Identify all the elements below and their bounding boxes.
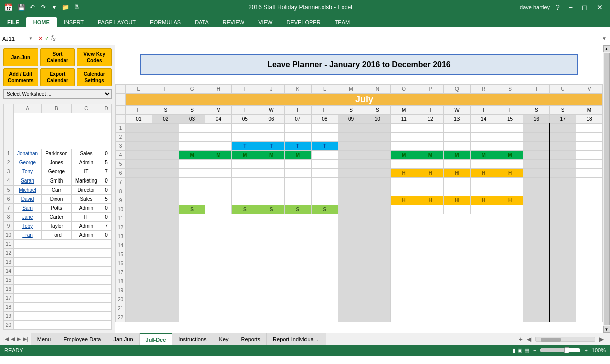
row-label: 20 bbox=[4, 321, 14, 330]
main-area: Jan-Jun SortCalendar View KeyCodes Add /… bbox=[0, 45, 610, 333]
calendar-settings-button[interactable]: CalendarSettings bbox=[77, 68, 112, 86]
export-calendar-button[interactable]: ExportCalendar bbox=[40, 68, 75, 86]
zoom-controls: ▮ ▣ ▤ − + 100% bbox=[512, 347, 606, 354]
tab-data[interactable]: DATA bbox=[188, 17, 216, 27]
cell-ref-dropdown[interactable]: ▼ bbox=[29, 36, 33, 41]
title-bar-controls: dave hartley ? − ◻ ✕ bbox=[520, 2, 606, 12]
h-scrollbar-track[interactable] bbox=[535, 337, 595, 342]
tab-view[interactable]: VIEW bbox=[251, 17, 279, 27]
sheet-nav-next[interactable]: ▶ bbox=[17, 336, 21, 342]
zoom-slider-thumb[interactable] bbox=[564, 347, 569, 353]
h-scroll-right[interactable]: ▶ bbox=[597, 336, 606, 343]
sheet-tab-jul-dec[interactable]: Jul-Dec bbox=[140, 333, 173, 345]
scroll-up-button[interactable]: ▲ bbox=[603, 45, 611, 52]
h-scrollbar-thumb[interactable] bbox=[541, 338, 561, 342]
sort-calendar-button[interactable]: SortCalendar bbox=[40, 48, 75, 66]
sheet-tab-reports[interactable]: Reports bbox=[235, 333, 267, 345]
month-header: July bbox=[126, 94, 603, 106]
page-break-icon[interactable]: ▤ bbox=[524, 347, 529, 354]
normal-view-icon[interactable]: ▮ bbox=[512, 347, 515, 354]
scroll-down-button[interactable]: ▼ bbox=[603, 326, 611, 333]
spreadsheet-area: Leave Planner - January 2016 to December… bbox=[115, 45, 603, 333]
row-label: 21 bbox=[4, 330, 14, 330]
sheet-tab-report-individual[interactable]: Report-Individua ... bbox=[267, 333, 326, 345]
tab-review[interactable]: REVIEW bbox=[216, 17, 251, 27]
zoom-slider-fill bbox=[540, 348, 565, 352]
sheet-tabs-bar: |◀ ◀ ▶ ▶| Menu Employee Data Jan-Jun Jul… bbox=[0, 333, 610, 345]
select-worksheet[interactable]: Select Worksheet ... Employee Data Jan-J… bbox=[3, 89, 112, 99]
zoom-slider-track[interactable] bbox=[540, 348, 580, 352]
title-area: Leave Planner - January 2016 to December… bbox=[115, 45, 603, 84]
tab-team[interactable]: TEAM bbox=[328, 17, 357, 27]
tab-page-layout[interactable]: PAGE LAYOUT bbox=[91, 17, 143, 27]
zoom-in-button[interactable]: + bbox=[582, 347, 589, 353]
sheet-nav-last[interactable]: ▶| bbox=[23, 336, 28, 342]
h-scroll-left[interactable]: ◀ bbox=[525, 336, 533, 343]
title-bar: 📅 💾 ↶ ↷ ▼ 📁 🖶 2016 Staff Holiday Planner… bbox=[0, 0, 610, 14]
insert-function-icon[interactable]: fx bbox=[51, 34, 55, 42]
row-label: 9 bbox=[4, 222, 14, 231]
tab-developer[interactable]: DEVELOPER bbox=[279, 17, 327, 27]
tab-insert[interactable]: INSERT bbox=[57, 17, 91, 27]
sheet-tab-key[interactable]: Key bbox=[213, 333, 235, 345]
sheet-nav-left[interactable]: |◀ ◀ ▶ ▶| bbox=[0, 336, 31, 342]
formula-expand-icon[interactable]: ▼ bbox=[599, 36, 610, 41]
tab-formulas[interactable]: FORMULAS bbox=[143, 17, 188, 27]
confirm-formula-icon[interactable]: ✓ bbox=[45, 35, 49, 42]
jan-jun-button[interactable]: Jan-Jun bbox=[3, 48, 38, 66]
scroll-thumb[interactable] bbox=[604, 53, 610, 325]
row-numbers-panel: A B C D 1JonathanParkinsonSales0 2George… bbox=[3, 104, 112, 330]
empty-row-22: 22 bbox=[116, 313, 603, 322]
control-panel: Jan-Jun SortCalendar View KeyCodes Add /… bbox=[0, 45, 115, 333]
qa-more-icon[interactable]: ▼ bbox=[50, 3, 59, 12]
open-folder-icon[interactable]: 📁 bbox=[61, 3, 70, 12]
tab-file[interactable]: FILE bbox=[0, 17, 26, 27]
window-title: 2016 Staff Holiday Planner.xlsb - Excel bbox=[81, 4, 520, 11]
cancel-formula-icon[interactable]: ✕ bbox=[38, 35, 43, 42]
empty-row-20: 20 bbox=[116, 295, 603, 304]
formula-input[interactable] bbox=[58, 36, 599, 42]
zoom-level: 100% bbox=[592, 347, 606, 353]
close-button[interactable]: ✕ bbox=[594, 2, 606, 12]
add-edit-comments-button[interactable]: Add / EditComments bbox=[3, 68, 38, 86]
save-icon[interactable]: 💾 bbox=[17, 3, 26, 12]
empty-row-14: 14 bbox=[116, 241, 603, 250]
sheet-nav-first[interactable]: |◀ bbox=[3, 336, 9, 342]
row-label: 6 bbox=[4, 195, 14, 204]
sheet-tab-employee-data[interactable]: Employee Data bbox=[57, 333, 107, 345]
empty-row-15: 15 bbox=[116, 250, 603, 259]
row-label: 7 bbox=[4, 204, 14, 213]
select-worksheet-container: Select Worksheet ... Employee Data Jan-J… bbox=[3, 89, 112, 99]
vertical-scrollbar[interactable]: ▲ ▼ bbox=[603, 45, 610, 333]
tab-home[interactable]: HOME bbox=[26, 17, 57, 27]
page-layout-icon[interactable]: ▣ bbox=[517, 347, 522, 354]
restore-button[interactable]: ◻ bbox=[579, 2, 591, 12]
grid-scroll[interactable]: E F G H I J K L M N O P Q R S T U bbox=[115, 84, 603, 333]
undo-icon[interactable]: ↶ bbox=[28, 3, 37, 12]
row-label: 15 bbox=[4, 276, 14, 285]
print-icon[interactable]: 🖶 bbox=[72, 3, 81, 12]
redo-icon[interactable]: ↷ bbox=[39, 3, 48, 12]
sheet-tab-menu[interactable]: Menu bbox=[31, 333, 58, 345]
minimize-button[interactable]: − bbox=[566, 2, 576, 12]
col-A-header: A bbox=[14, 104, 42, 113]
cell-reference[interactable]: AJ11 ▼ bbox=[0, 36, 35, 42]
empty-row-12: 12 bbox=[116, 223, 603, 232]
zoom-out-button[interactable]: − bbox=[531, 347, 538, 353]
ready-status: READY bbox=[4, 347, 23, 353]
row-label: 4 bbox=[4, 176, 14, 186]
sheet-tab-jan-jun[interactable]: Jan-Jun bbox=[107, 333, 139, 345]
empty-row-17: 17 bbox=[116, 268, 603, 277]
empty-row-19: 19 bbox=[116, 286, 603, 295]
row-label: 17 bbox=[4, 294, 14, 303]
view-key-codes-button[interactable]: View KeyCodes bbox=[77, 48, 112, 66]
employee-row-3: 3 T T T T bbox=[116, 142, 603, 151]
add-sheet-button[interactable]: + bbox=[519, 335, 523, 343]
employee-row-6: 6 H H H H H bbox=[116, 169, 603, 178]
help-button[interactable]: ? bbox=[553, 2, 563, 12]
empty-row-13: 13 bbox=[116, 232, 603, 241]
sheet-nav-prev[interactable]: ◀ bbox=[11, 336, 15, 342]
ribbon-content bbox=[0, 27, 610, 32]
empty-row-18: 18 bbox=[116, 277, 603, 286]
sheet-tab-instructions[interactable]: Instructions bbox=[172, 333, 213, 345]
